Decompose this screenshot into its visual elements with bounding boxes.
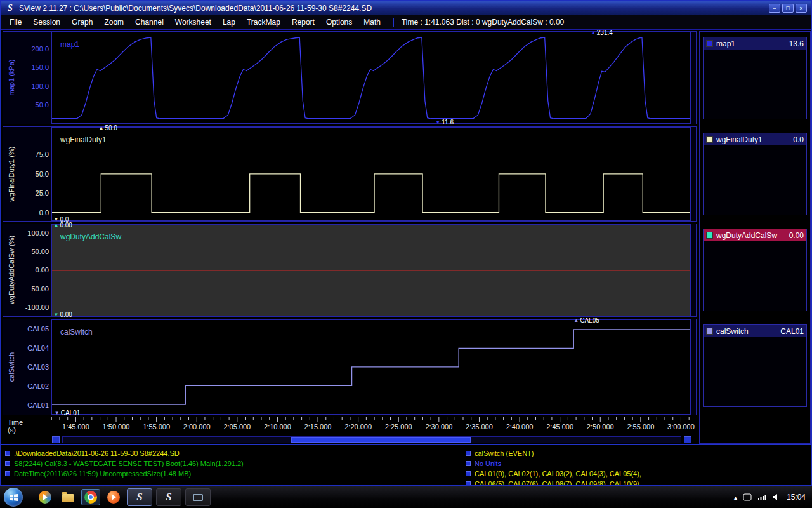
y-tick-label: CAL02 xyxy=(27,382,49,390)
network-signal-icon[interactable] xyxy=(757,493,766,501)
value-box-header[interactable]: calSwitchCAL01 xyxy=(704,325,806,337)
plot-area-wgdutyaddcalsw[interactable]: wgDutyAddCalSw ▲0.00▼0.00 xyxy=(51,224,691,317)
scrollbar-thumb[interactable] xyxy=(291,437,470,443)
channel-label-wgfinalduty1: wgFinalDuty1 xyxy=(60,135,107,144)
channel-label-calswitch: calSwitch xyxy=(60,328,93,337)
x-tick-label: 2:00.000 xyxy=(183,423,211,431)
start-button[interactable] xyxy=(4,488,23,507)
y-tick-labels-calswitch: CAL01CAL02CAL03CAL04CAL05 xyxy=(20,319,51,415)
menu-channel[interactable]: Channel xyxy=(129,16,169,29)
time-axis-title: Time (s) xyxy=(3,417,51,435)
maximize-button[interactable]: □ xyxy=(782,4,794,13)
menu-session[interactable]: Session xyxy=(27,16,66,29)
x-tick-label: 2:50.000 xyxy=(587,423,614,431)
x-tick-label: 2:10.000 xyxy=(264,423,291,431)
menu-trackmap[interactable]: TrackMap xyxy=(241,16,286,29)
close-button[interactable]: × xyxy=(796,4,807,13)
cursor-status-readout: Time : 1:41.063 Dist : 0 wgDutyAddCalSw … xyxy=(393,18,564,27)
bullet-icon xyxy=(466,471,471,476)
marker-max: ▲0.00 xyxy=(54,222,72,229)
marker-min: ▼CAL01 xyxy=(55,410,81,417)
x-tick-label: 2:20.000 xyxy=(344,423,372,431)
y-tick-label: 0.0 xyxy=(39,209,49,217)
channel-value: CAL01 xyxy=(780,327,804,336)
x-tick-label: 2:35.000 xyxy=(466,423,493,431)
menu-file[interactable]: File xyxy=(4,16,27,29)
taskbar-media-orange-button[interactable] xyxy=(104,489,123,505)
marker-max: ▲231.4 xyxy=(591,30,613,36)
sview-icon: S xyxy=(166,491,171,504)
menu-report[interactable]: Report xyxy=(286,16,320,29)
channel-name: map1 xyxy=(716,39,735,48)
plot-area-map1[interactable]: map1 ▲231.4▼11.6 xyxy=(51,32,691,124)
x-tick-label: 2:40.000 xyxy=(506,423,534,431)
scrollbar-track[interactable] xyxy=(62,436,681,443)
window-title: SView 2.11.27 : C:\Users\Public\Document… xyxy=(19,4,372,13)
taskbar-chrome-button[interactable] xyxy=(81,489,100,505)
chart-panel-wgfinalduty1: wgFinalDuty1 (%) 0.025.050.075.0 wgFinal… xyxy=(3,126,697,222)
y-tick-label: CAL04 xyxy=(27,344,49,352)
scroll-left-button[interactable] xyxy=(52,436,60,443)
trace-svg-map1 xyxy=(52,32,690,123)
chrome-icon xyxy=(84,491,97,504)
taskbar-capture-button[interactable] xyxy=(185,488,211,506)
channel-color-swatch xyxy=(706,40,713,47)
minimize-button[interactable]: – xyxy=(769,4,780,13)
value-box-wgDutyAddCalSw[interactable]: wgDutyAddCalSw0.00 xyxy=(703,229,807,311)
menu-options[interactable]: Options xyxy=(320,16,358,29)
clock[interactable]: 15:04 xyxy=(787,493,806,502)
channel-value: 0.0 xyxy=(793,135,804,144)
gadget-icon[interactable] xyxy=(743,493,752,501)
x-tick-label: 3:00.000 xyxy=(667,423,695,431)
y-tick-label: CAL03 xyxy=(27,363,49,371)
channel-name: wgFinalDuty1 xyxy=(716,135,763,144)
menu-lap[interactable]: Lap xyxy=(217,16,241,29)
value-box-wgFinalDuty1[interactable]: wgFinalDuty10.0 xyxy=(703,133,807,215)
menu-items: FileSessionGraphZoomChannelWorksheetLapT… xyxy=(4,16,386,29)
y-axis-title-calswitch: calSwitch xyxy=(3,319,20,415)
windows-flag-icon xyxy=(9,493,18,502)
taskbar-sview-button-2[interactable]: S xyxy=(156,488,181,506)
horizontal-scrollbar[interactable] xyxy=(3,436,697,444)
volume-icon[interactable] xyxy=(772,493,781,501)
x-tick-label: 2:25.000 xyxy=(385,423,412,431)
taskbar-sview-button-1[interactable]: S xyxy=(127,488,152,506)
y-tick-labels-map1: 50.0100.0150.0200.0 xyxy=(20,32,51,124)
value-box-map1[interactable]: map113.6 xyxy=(703,37,807,119)
bullet-icon xyxy=(5,461,10,466)
y-axis-title-wgfinalduty1: wgFinalDuty1 (%) xyxy=(3,127,20,221)
value-box-body xyxy=(704,145,806,215)
x-tick-label: 2:05.000 xyxy=(223,423,251,431)
y-axis-title-wgdutyaddcalsw: wgDutyAddCalSw (%) xyxy=(3,224,20,317)
menu-worksheet[interactable]: Worksheet xyxy=(169,16,217,29)
value-box-body xyxy=(704,50,806,119)
value-box-header[interactable]: wgFinalDuty10.0 xyxy=(704,133,806,145)
info-line: DateTime(2011\6\26 11:59) UncompressedSi… xyxy=(5,469,466,479)
info-line: CAL01(0), CAL02(1), CAL03(2), CAL04(3), … xyxy=(466,469,811,479)
x-tick-label: 1:50.000 xyxy=(103,423,130,431)
session-info-area: .\DownloadedData\2011-06-26 11-59-30 S8#… xyxy=(1,444,811,485)
value-box-calSwitch[interactable]: calSwitchCAL01 xyxy=(703,324,807,407)
scroll-right-button[interactable] xyxy=(684,436,691,443)
y-tick-label: 200.0 xyxy=(31,45,49,53)
tray-expand-icon[interactable]: ▴ xyxy=(734,494,737,501)
value-box-body xyxy=(704,241,806,311)
trace-svg-wgdutyaddcalsw xyxy=(52,225,690,316)
value-box-header[interactable]: wgDutyAddCalSw0.00 xyxy=(704,229,806,241)
channel-name: calSwitch xyxy=(716,327,749,336)
menu-math[interactable]: Math xyxy=(358,16,386,29)
taskbar-media-player-button[interactable] xyxy=(36,489,55,505)
menu-zoom[interactable]: Zoom xyxy=(98,16,129,29)
value-box-header[interactable]: map113.6 xyxy=(704,37,806,50)
plot-area-wgfinalduty1[interactable]: wgFinalDuty1 ▲50.0▼0.0 xyxy=(51,127,691,221)
taskbar-folder-button[interactable] xyxy=(58,489,77,505)
marker-max: ▲CAL05 xyxy=(573,318,599,324)
info-line: S8(2244) Cal(8.3 - WASTEGATE SENSE TEST)… xyxy=(5,458,466,469)
chart-panel-calswitch: calSwitch CAL01CAL02CAL03CAL04CAL05 calS… xyxy=(3,319,697,415)
channel-color-swatch xyxy=(706,136,713,143)
folder-icon xyxy=(62,494,74,502)
menu-graph[interactable]: Graph xyxy=(66,16,98,29)
y-tick-label: 25.0 xyxy=(36,189,49,197)
channel-value: 13.6 xyxy=(789,39,804,48)
plot-area-calswitch[interactable]: calSwitch ▲CAL05▼CAL01 xyxy=(51,319,691,415)
